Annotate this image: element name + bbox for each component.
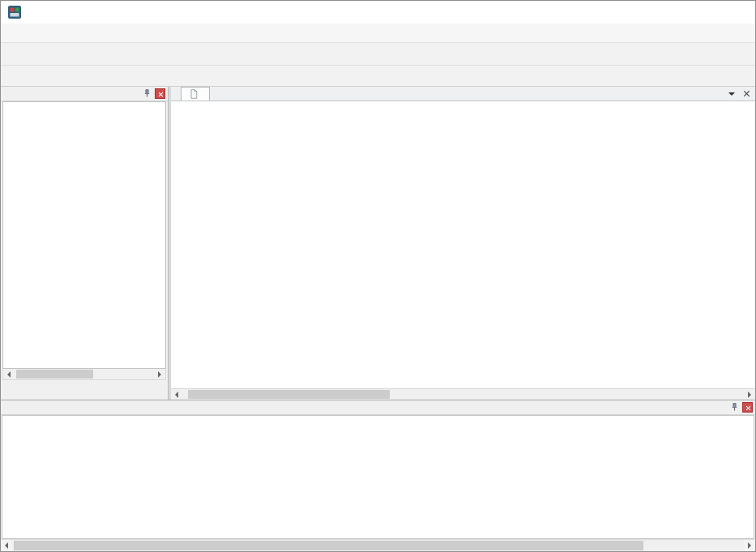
project-panel-tabs bbox=[1, 380, 168, 400]
scroll-left-arrow[interactable] bbox=[1, 540, 12, 551]
editor-hscrollbar[interactable] bbox=[171, 388, 755, 400]
scroll-thumb[interactable] bbox=[14, 541, 643, 550]
document-list-dropdown-icon[interactable] bbox=[728, 92, 735, 99]
build-output-header bbox=[1, 400, 755, 415]
pin-icon[interactable] bbox=[728, 402, 740, 413]
close-document-button[interactable] bbox=[743, 90, 750, 97]
close-panel-button[interactable] bbox=[155, 88, 165, 99]
project-tree[interactable] bbox=[2, 101, 166, 369]
main-window bbox=[0, 0, 756, 552]
scroll-thumb[interactable] bbox=[188, 390, 390, 399]
scroll-track[interactable] bbox=[12, 540, 744, 551]
window-hscrollbar[interactable] bbox=[1, 539, 755, 551]
scroll-track[interactable] bbox=[15, 369, 154, 379]
build-output-panel bbox=[1, 400, 755, 539]
editor-area bbox=[171, 87, 755, 400]
scroll-thumb[interactable] bbox=[16, 370, 93, 379]
close-panel-button[interactable] bbox=[742, 402, 753, 413]
scroll-left-arrow[interactable] bbox=[3, 369, 15, 379]
project-tree-hscrollbar[interactable] bbox=[2, 369, 166, 380]
menu-bar bbox=[1, 24, 755, 43]
scroll-right-arrow[interactable] bbox=[154, 369, 165, 379]
app-icon bbox=[7, 5, 22, 19]
project-panel bbox=[1, 87, 169, 400]
code-editor[interactable] bbox=[171, 101, 755, 388]
editor-tab-bar bbox=[171, 87, 755, 101]
title-bar bbox=[1, 1, 755, 24]
scroll-left-arrow[interactable] bbox=[171, 389, 182, 400]
project-panel-header bbox=[1, 87, 168, 101]
scroll-track[interactable] bbox=[182, 389, 744, 400]
build-output-lines[interactable] bbox=[2, 415, 754, 539]
editor-tab-led-blinkinng[interactable] bbox=[181, 87, 210, 101]
toolbar-build bbox=[1, 66, 755, 87]
toolbar-main bbox=[1, 43, 755, 66]
scroll-right-arrow[interactable] bbox=[744, 540, 755, 551]
pin-icon[interactable] bbox=[141, 88, 152, 100]
file-icon bbox=[189, 89, 199, 99]
scroll-right-arrow[interactable] bbox=[744, 389, 755, 400]
main-area bbox=[1, 87, 755, 400]
